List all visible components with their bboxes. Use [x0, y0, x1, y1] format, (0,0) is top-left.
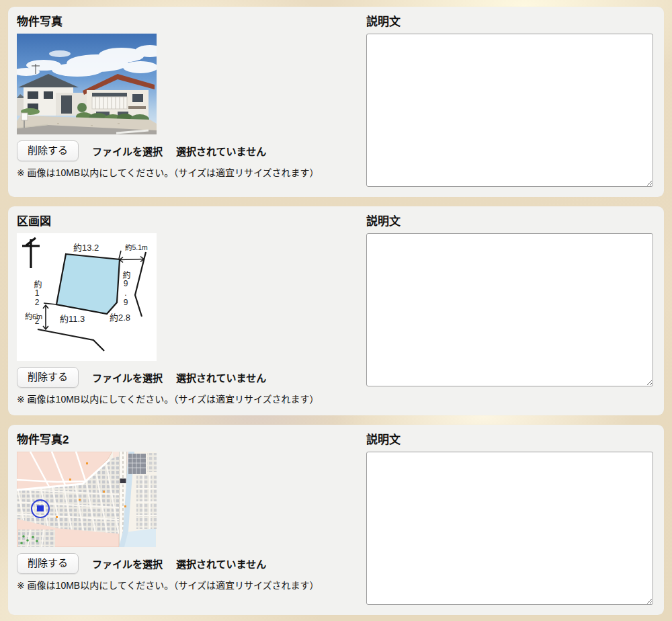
- section-title: 区画図: [17, 214, 366, 229]
- dim-bottom-left: 約6m: [25, 312, 42, 321]
- section-plot-diagram: 区画図 約13.2: [8, 206, 664, 415]
- size-note: ※ 画像は10MB以内にしてください。（サイズは適宜リサイズされます）: [17, 393, 366, 405]
- plot-diagram-illustration: 約13.2 約5.1m 約9.9 約12.2: [17, 233, 157, 361]
- size-note: ※ 画像は10MB以内にしてください。（サイズは適宜リサイズされます）: [17, 167, 366, 179]
- delete-button[interactable]: 削除する: [17, 367, 79, 388]
- plot-diagram-image: 約13.2 約5.1m 約9.9 約12.2: [17, 233, 157, 361]
- description-column: 説明文: [366, 433, 653, 605]
- description-column: 説明文: [366, 214, 653, 386]
- neighborhood-map-image: [17, 452, 157, 547]
- map-column: 物件写真2: [17, 433, 366, 591]
- size-note: ※ 画像は10MB以内にしてください。（サイズは適宜リサイズされます）: [17, 579, 366, 591]
- bottom-left-blocks: [18, 530, 55, 547]
- description-label: 説明文: [366, 214, 653, 229]
- section-property-photo-2: 物件写真2: [8, 425, 664, 615]
- delete-button[interactable]: 削除する: [17, 140, 79, 161]
- dim-right: 約9.9: [121, 270, 130, 307]
- description-textarea[interactable]: [366, 233, 653, 386]
- dim-top-right: 約5.1m: [125, 243, 148, 251]
- section-property-photo: 物件写真: [8, 7, 664, 197]
- section-title: 物件写真2: [17, 433, 366, 447]
- plot-controls: 削除する ファイルを選択 選択されていません: [17, 367, 366, 388]
- description-label: 説明文: [366, 15, 653, 29]
- station-marker: [120, 479, 126, 483]
- file-select-button[interactable]: ファイルを選択: [92, 144, 163, 158]
- description-column: 説明文: [366, 15, 653, 187]
- file-select-button[interactable]: ファイルを選択: [92, 556, 163, 571]
- dim-bottom: 約11.3: [60, 314, 85, 324]
- photo-column: 物件写真: [17, 15, 366, 179]
- dim-top: 約13.2: [73, 243, 99, 253]
- file-status-text: 選択されていません: [176, 370, 266, 384]
- parcel-polygon: [56, 254, 120, 314]
- map-controls: 削除する ファイルを選択 選択されていません: [17, 553, 366, 574]
- file-status-text: 選択されていません: [176, 556, 266, 571]
- property-photo-image: [17, 34, 157, 134]
- delete-button[interactable]: 削除する: [17, 553, 79, 574]
- description-textarea[interactable]: [366, 34, 653, 187]
- photo-controls: 削除する ファイルを選択 選択されていません: [17, 140, 366, 161]
- description-textarea[interactable]: [366, 452, 653, 605]
- file-select-button[interactable]: ファイルを選択: [92, 370, 163, 384]
- house-photo-illustration: [17, 34, 157, 134]
- plot-column: 区画図 約13.2: [17, 214, 366, 405]
- description-label: 説明文: [366, 433, 653, 447]
- file-status-text: 選択されていません: [176, 144, 266, 158]
- dim-bottom-cut: 約2.8: [110, 313, 130, 323]
- section-title: 物件写真: [17, 15, 366, 29]
- map-illustration: [17, 452, 157, 547]
